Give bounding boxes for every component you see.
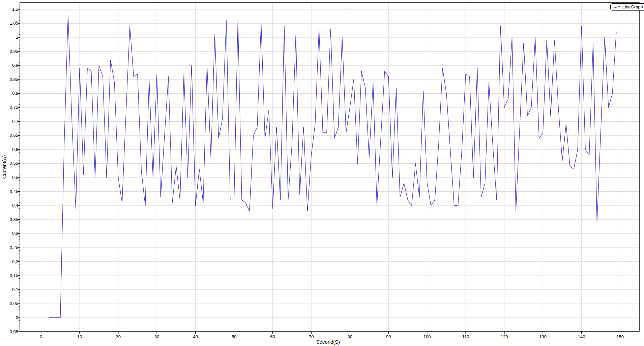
y-tick-label: 1,05 <box>0 21 18 26</box>
y-tick-label: 0,6 <box>0 147 18 152</box>
y-tick-label: 0,2 <box>0 259 18 264</box>
y-axis-title: Current(A) <box>1 153 7 180</box>
x-tick-label: 90 <box>381 334 396 340</box>
x-tick-label: 20 <box>111 334 126 340</box>
y-tick-label: 0,25 <box>0 245 18 250</box>
x-axis-title: Second(S) <box>316 339 340 345</box>
y-tick-label: 0,75 <box>0 105 18 110</box>
x-tick-label: 40 <box>188 334 203 340</box>
y-tick-label: 0,8 <box>0 91 18 96</box>
x-tick-label: 140 <box>574 334 589 340</box>
line-series <box>49 15 616 318</box>
y-tick-label: 0,85 <box>0 77 18 82</box>
x-tick-label: 30 <box>149 334 164 340</box>
x-tick-label: 10 <box>72 334 87 340</box>
x-tick-label: 130 <box>535 334 550 340</box>
y-tick-label: 0,4 <box>0 203 18 208</box>
y-tick-label: 0,3 <box>0 231 18 236</box>
y-tick-label: 1 <box>0 35 18 40</box>
y-tick-label: 0,9 <box>0 63 18 68</box>
legend-label: LineGraph <box>622 4 643 9</box>
y-tick-label: 0,65 <box>0 133 18 138</box>
y-tick-label: 0,1 <box>0 287 18 292</box>
legend: LineGraph <box>610 3 644 10</box>
y-tick-label: 0 <box>0 315 18 320</box>
x-tick-label: 110 <box>458 334 473 340</box>
y-tick-label: 0,7 <box>0 119 18 124</box>
y-tick-label: -0.05 <box>0 329 18 335</box>
y-tick-label: 0,95 <box>0 49 18 54</box>
y-tick-label: 0,15 <box>0 273 18 278</box>
legend-line-sample-icon <box>613 5 621 9</box>
x-tick-label: 120 <box>497 334 512 340</box>
x-tick-label: 0 <box>34 334 49 340</box>
y-tick-label: 1,1 <box>0 7 18 12</box>
plot-area <box>0 0 644 346</box>
x-tick-label: 150 <box>613 334 627 340</box>
x-tick-label: 50 <box>227 334 241 340</box>
x-tick-label: 100 <box>420 334 435 340</box>
chart-window: 1,11,0510,950,90,850,80,750,70,650,60,55… <box>0 0 644 346</box>
y-tick-label: 0,35 <box>0 217 18 222</box>
x-tick-label: 60 <box>265 334 280 340</box>
y-tick-label: 0,05 <box>0 301 18 306</box>
x-tick-label: 80 <box>343 334 357 340</box>
y-tick-label: 0,45 <box>0 189 18 194</box>
